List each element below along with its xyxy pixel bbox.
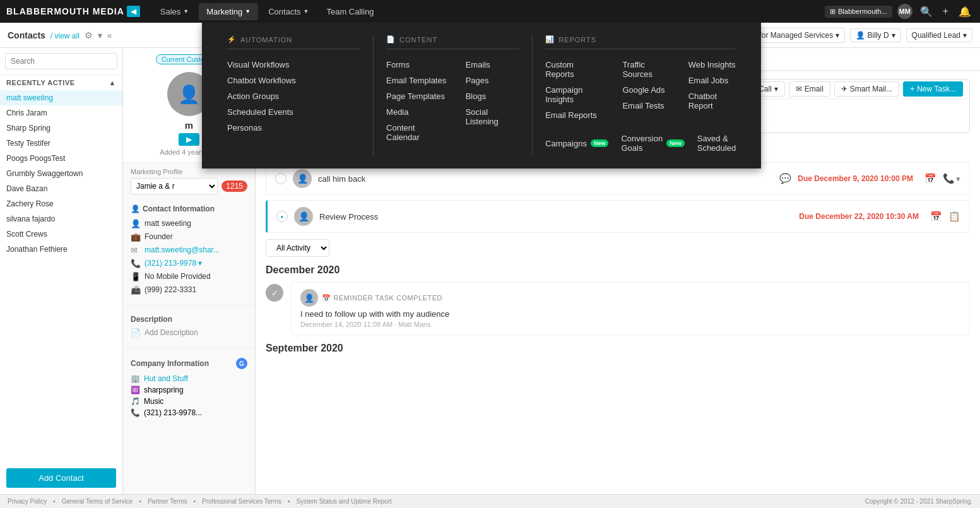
automation-label: AUTOMATION	[240, 36, 292, 44]
activity-filter-select[interactable]: All Activity AI Activity	[266, 239, 329, 257]
add-contact-button[interactable]: Add Contact	[6, 468, 116, 488]
bell-icon[interactable]: 🔔	[956, 4, 974, 19]
sidebar-item-matt-sweeting[interactable]: matt sweeting	[0, 90, 122, 105]
nav-item-marketing[interactable]: Marketing ▼	[199, 3, 258, 20]
task-calendar-icon-1[interactable]: 📅	[924, 173, 936, 184]
personas-link[interactable]: Personas	[227, 120, 360, 136]
traffic-sources-link[interactable]: Traffic Sources	[622, 57, 669, 82]
email-tests-link[interactable]: Email Tests	[622, 98, 669, 114]
contact-fax-value: (999) 222-3331	[145, 285, 196, 294]
chatbot-report-link[interactable]: Chatbot Report	[688, 88, 736, 114]
nav-marketing-label: Marketing	[206, 7, 242, 16]
sidebar-item-jonathan[interactable]: Jonathan Fethiere	[0, 242, 122, 257]
nav-item-team-calling[interactable]: Team Calling	[319, 3, 381, 20]
search-icon[interactable]: 🔍	[918, 4, 935, 19]
collapse-icon[interactable]: ▲	[109, 79, 116, 86]
nav-item-sales[interactable]: Sales ▼	[153, 3, 196, 20]
professional-services-link[interactable]: Professional Services Terms	[202, 498, 281, 505]
scheduled-events-link[interactable]: Scheduled Events	[227, 104, 360, 120]
add-description-row: 📄 Add Description	[131, 326, 247, 340]
page-templates-link[interactable]: Page Templates	[386, 88, 447, 104]
general-terms-link[interactable]: General Terms of Service	[62, 498, 133, 505]
contact-phone-value[interactable]: (321) 213-9978 ▾	[145, 259, 202, 268]
chatbot-workflows-link[interactable]: Chatbot Workflows	[227, 73, 360, 88]
marketing-profile-select[interactable]: Jamie a & r	[131, 178, 218, 194]
sidebar-item-zachery-rose[interactable]: Zachery Rose	[0, 196, 122, 211]
comment-icon-1[interactable]: 💬	[779, 173, 791, 184]
plus-icon[interactable]: +	[940, 4, 951, 18]
sidebar-item-chris-jaram[interactable]: Chris Jaram	[0, 105, 122, 121]
task-phone-icon-1[interactable]: 📞	[943, 173, 955, 184]
conversion-goals-label: Conversion Goals	[621, 134, 663, 153]
sidebar-item-scott-crews[interactable]: Scott Crews	[0, 227, 122, 242]
reports-icon: 📊	[545, 35, 555, 44]
assigned-user[interactable]: 👤 Billy D ▾	[850, 28, 901, 42]
task-doc-icon-2[interactable]: 📋	[948, 211, 960, 222]
sidebar: RECENTLY ACTIVE ▲ matt sweeting Chris Ja…	[0, 48, 123, 494]
system-status-link[interactable]: System Status and Uptime Report	[297, 498, 392, 505]
contact-email-value[interactable]: matt.sweeting@shar...	[145, 245, 220, 254]
google-ads-link[interactable]: Google Ads	[622, 82, 669, 98]
action-groups-link[interactable]: Action Groups	[227, 88, 360, 104]
sidebar-item-testy-testifer[interactable]: Testy Testifer	[0, 136, 122, 151]
sidebar-item-sharp-spring[interactable]: Sharp Spring	[0, 121, 122, 136]
content-calendar-link[interactable]: Content Calendar	[386, 120, 447, 145]
partner-terms-link[interactable]: Partner Terms	[148, 498, 187, 505]
automation-header: ⚡ AUTOMATION	[227, 35, 360, 49]
company-name-link[interactable]: Hut and Stuff	[144, 374, 188, 383]
sidebar-item-dave-bazan[interactable]: Dave Bazan	[0, 181, 122, 196]
email-reports-link[interactable]: Email Reports	[545, 107, 603, 123]
nav-marketing-caret: ▼	[245, 8, 251, 15]
email-jobs-link[interactable]: Email Jobs	[688, 73, 736, 88]
conversion-goals-link[interactable]: Conversion Goals New	[621, 131, 684, 156]
reports-new-items: Campaigns New Conversion Goals New Saved…	[545, 131, 736, 156]
footer: Privacy Policy • General Terms of Servic…	[0, 494, 980, 508]
task-calendar-icon-2[interactable]: 📅	[930, 211, 942, 222]
timeline-month-sep: September 2020	[266, 343, 970, 354]
media-link[interactable]: Media	[386, 104, 447, 120]
visual-workflows-link[interactable]: Visual Workflows	[227, 57, 360, 73]
view-all-link[interactable]: / view all	[50, 32, 80, 40]
footer-copyright: Copyright © 2012 - 2021 SharpSpring.	[865, 498, 972, 505]
task-name-2: Review Process	[319, 212, 793, 222]
collapse-panel-icon[interactable]: «	[107, 30, 112, 40]
new-task-button[interactable]: + New Task...	[903, 81, 963, 97]
contact-mobile-row: 📱 No Mobile Provided	[131, 270, 247, 283]
search-input[interactable]	[5, 53, 117, 69]
campaign-insights-link[interactable]: Campaign Insights	[545, 82, 603, 107]
saved-scheduled-link[interactable]: Saved & Scheduled	[697, 131, 736, 156]
privacy-policy-link[interactable]: Privacy Policy	[8, 498, 47, 505]
sidebar-item-poogs[interactable]: Poogs PoogsTest	[0, 151, 122, 166]
pages-link[interactable]: Pages	[466, 73, 519, 88]
emails-link[interactable]: Emails	[466, 57, 519, 73]
sidebar-item-grumbly[interactable]: Grumbly Swaggertown	[0, 166, 122, 181]
forms-link[interactable]: Forms	[386, 57, 447, 73]
add-description-link[interactable]: Add Description	[145, 328, 198, 337]
social-listening-link[interactable]: Social Listening	[466, 104, 519, 129]
blogs-link[interactable]: Blogs	[466, 88, 519, 104]
company-phone-value: (321) 213-9978...	[144, 408, 202, 417]
email-templates-link[interactable]: Email Templates	[386, 73, 447, 88]
automation-icon: ⚡	[227, 35, 237, 44]
contact-action-button[interactable]: ▶	[179, 133, 199, 146]
task-checkbox-1[interactable]	[275, 173, 286, 184]
call-dropdown-arrow[interactable]: ▾	[774, 85, 778, 93]
custom-reports-link[interactable]: Custom Reports	[545, 57, 603, 82]
avatar[interactable]: MM	[897, 4, 912, 19]
logo-arrow: ◀	[127, 6, 140, 17]
company-info-title: Company Information G	[131, 358, 247, 369]
web-insights-link[interactable]: Web Insights	[688, 57, 736, 73]
chevron-down-icon[interactable]: ▾	[98, 30, 102, 40]
sidebar-item-silvana[interactable]: silvana fajardo	[0, 211, 122, 227]
phone-caret-1[interactable]: ▾	[956, 174, 960, 184]
smart-mail-button[interactable]: ✈ Smart Mail...	[834, 81, 899, 97]
blabbermouth-badge[interactable]: ⊞ Blabbermouth...	[825, 6, 892, 18]
nav-item-contacts[interactable]: Contacts ▼	[261, 3, 316, 20]
task-checkbox-2[interactable]: ●	[276, 211, 288, 222]
email-button[interactable]: ✉ Email	[789, 81, 830, 97]
campaigns-link[interactable]: Campaigns New	[545, 131, 608, 156]
lead-status[interactable]: Qualified Lead ▾	[906, 28, 972, 42]
settings-icon[interactable]: ⚙	[85, 30, 93, 40]
timeline-item-1: ✓ 👤 📅 REMINDER TASK COMPLETED I need to …	[266, 282, 970, 335]
phone-dropdown-arrow[interactable]: ▾	[198, 259, 202, 268]
